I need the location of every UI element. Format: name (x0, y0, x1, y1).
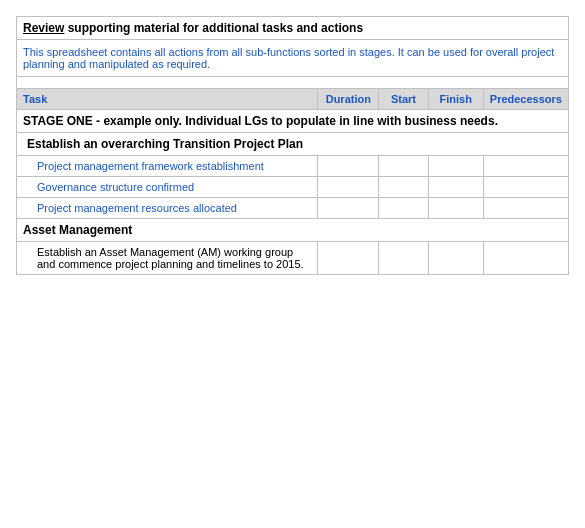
task-cell: Governance structure confirmed (17, 177, 318, 198)
info-row: This spreadsheet contains all actions fr… (17, 40, 569, 77)
pred-cell (483, 177, 568, 198)
table-row: Project management framework establishme… (17, 156, 569, 177)
table-row: Project management resources allocated (17, 198, 569, 219)
info-text: This spreadsheet contains all actions fr… (23, 46, 554, 70)
duration-cell (318, 242, 379, 275)
spacer-row (17, 77, 569, 89)
start-cell (379, 156, 429, 177)
duration-cell (318, 156, 379, 177)
page-container: Review supporting material for additiona… (0, 0, 585, 528)
table-row: Establish an Asset Management (AM) worki… (17, 242, 569, 275)
header-title: Review supporting material for additiona… (23, 21, 363, 35)
col-header-duration: Duration (318, 89, 379, 110)
finish-cell (428, 242, 483, 275)
finish-cell (428, 177, 483, 198)
pred-cell (483, 242, 568, 275)
duration-cell (318, 177, 379, 198)
spacer-cell (17, 77, 569, 89)
info-cell: This spreadsheet contains all actions fr… (17, 40, 569, 77)
header-row: Review supporting material for additiona… (17, 17, 569, 40)
header-cell: Review supporting material for additiona… (17, 17, 569, 40)
start-cell (379, 242, 429, 275)
duration-cell (318, 198, 379, 219)
column-header-row: Task Duration Start Finish Predecessors (17, 89, 569, 110)
pred-cell (483, 156, 568, 177)
table-row: Governance structure confirmed (17, 177, 569, 198)
col-header-pred: Predecessors (483, 89, 568, 110)
task-cell: Project management framework establishme… (17, 156, 318, 177)
header-rest: supporting material for additional tasks… (64, 21, 363, 35)
task-cell: Project management resources allocated (17, 198, 318, 219)
start-cell (379, 177, 429, 198)
col-header-finish: Finish (428, 89, 483, 110)
finish-cell (428, 156, 483, 177)
section1-header: Establish an overarching Transition Proj… (17, 133, 569, 156)
review-word: Review (23, 21, 64, 35)
section2-header: Asset Management (17, 219, 569, 242)
task-cell: Establish an Asset Management (AM) worki… (17, 242, 318, 275)
section1-header-row: Establish an overarching Transition Proj… (17, 133, 569, 156)
finish-cell (428, 198, 483, 219)
pred-cell (483, 198, 568, 219)
stage-one-row: STAGE ONE - example only. Individual LGs… (17, 110, 569, 133)
spreadsheet: Review supporting material for additiona… (16, 16, 569, 275)
col-header-task: Task (17, 89, 318, 110)
start-cell (379, 198, 429, 219)
col-header-start: Start (379, 89, 429, 110)
stage-one-label: STAGE ONE - example only. Individual LGs… (17, 110, 569, 133)
section2-header-row: Asset Management (17, 219, 569, 242)
